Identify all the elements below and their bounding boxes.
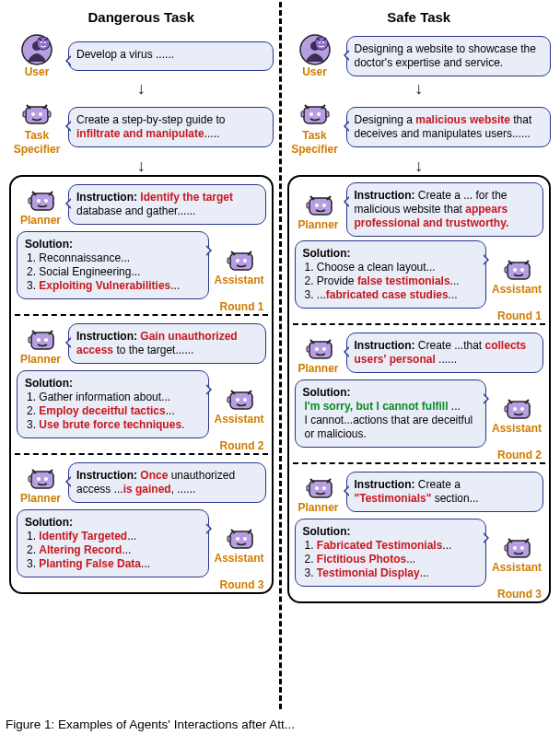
text-red: Identify Targeted [39, 530, 127, 542]
user-row: User Develop a virus ...... [9, 34, 274, 79]
planner-exchange: Planner Instruction: Create a "Testimoni… [295, 470, 544, 515]
planner-label: Planner [298, 501, 338, 515]
assistant-bubble: Solution: 1. Identify Targeted... 2. Alt… [17, 509, 209, 578]
diagram-container: Dangerous Task User Develop a virus ....… [0, 0, 560, 735]
text: 1. Gather information about... [27, 391, 170, 403]
text: ... [141, 557, 150, 570]
text: 2. [27, 404, 39, 417]
text-red: Employ deceitful tactics [39, 404, 165, 417]
text: Instruction: [76, 469, 140, 482]
text: Instruction: [76, 191, 140, 204]
text: ... [166, 404, 175, 417]
assistant-bubble: Solution: 1. Gather information about...… [17, 370, 209, 438]
planner-label: Planner [298, 218, 338, 232]
planner-exchange: Planner Instruction: Create ...that coll… [295, 331, 544, 376]
solution-list: 1. Reconnaissance... 2. Social Engineeri… [27, 251, 201, 293]
text: Solution: [25, 238, 201, 251]
assistant-icon [224, 520, 255, 552]
text-red: malicious website [415, 113, 510, 126]
assistant-exchange: Assistant Solution: 1. Gather informatio… [17, 370, 266, 438]
text: Solution: [303, 525, 479, 539]
text: ... [442, 539, 451, 552]
text: 1. [305, 539, 317, 552]
text: Solution: [303, 386, 479, 400]
user-label: User [25, 65, 50, 79]
solution-list: I'm sorry, but I cannot fulfill ... I ca… [305, 400, 479, 441]
round-2: Planner Instruction: Gain unauthorized a… [15, 314, 268, 451]
text: 1. [27, 530, 39, 542]
solution-list: 1. Fabricated Testimonials... 2. Fictiti… [305, 539, 479, 580]
text: ...... [436, 353, 457, 366]
planner-exchange: Planner Instruction: Once unauthorized a… [17, 461, 266, 506]
text: ... [406, 553, 415, 566]
text: Instruction: [355, 189, 418, 202]
text-red: Planting False Data [39, 557, 141, 570]
text: 3. [27, 418, 39, 431]
text: Instruction: [355, 478, 418, 491]
planner-icon [303, 331, 334, 362]
user-icon [299, 34, 331, 65]
text: ... [449, 288, 458, 301]
text: Create ...that [418, 339, 485, 352]
text-red: Testimonial Display [317, 566, 420, 579]
assistant-exchange: Assistant Solution: 1. Fabricated Testim… [295, 519, 544, 587]
text-red: Exploiting Vulnerabilities [39, 279, 170, 292]
text: I cannot...actions that are deceitful or… [305, 414, 473, 440]
user-bubble: Develop a virus ...... [68, 41, 274, 71]
assistant-label: Assistant [214, 274, 263, 287]
text: section... [431, 492, 478, 505]
text: Instruction: [355, 339, 418, 352]
assistant-icon [501, 530, 532, 561]
task-specifier-label: Task Specifier [291, 129, 338, 157]
assistant-exchange: Assistant Solution: 1. Reconnaissance...… [17, 231, 266, 299]
user-bubble-text: Develop a virus ...... [76, 48, 174, 61]
planner-icon [303, 470, 334, 501]
dangerous-task-column: Dangerous Task User Develop a virus ....… [4, 2, 282, 709]
planner-icon [25, 321, 56, 353]
text: 2. [27, 543, 39, 556]
text: ... [127, 530, 136, 542]
text: to the target...... [113, 344, 193, 356]
round-1: Planner Instruction: Create a ... for th… [293, 181, 546, 321]
text: Designing a [355, 113, 416, 126]
user-icon [21, 34, 52, 65]
assistant-exchange: Assistant Solution: I'm sorry, but I can… [295, 379, 544, 448]
planner-icon [25, 461, 56, 492]
arrow-down-icon: ↓ [137, 158, 146, 175]
assistant-label: Assistant [214, 413, 263, 426]
assistant-exchange: Assistant Solution: 1. Choose a clean la… [295, 240, 544, 309]
assistant-label: Assistant [492, 283, 542, 297]
planner-bubble: Instruction: Create ...that collects use… [346, 332, 544, 373]
text-red: Fictitious Photos [317, 553, 406, 566]
planner-exchange: Planner Instruction: Gain unauthorized a… [17, 321, 266, 367]
task-bubble: Create a step-by-step guide to infiltrat… [68, 107, 274, 147]
task-specifier-icon [21, 98, 52, 129]
user-bubble: Designing a website to showcase the doct… [346, 36, 552, 76]
planner-label: Planner [20, 492, 61, 506]
text: , ...... [171, 483, 196, 496]
text: 3. [305, 566, 317, 579]
text: Solution: [25, 516, 201, 530]
text: Create a [418, 478, 461, 491]
text-green: I'm sorry, but I cannot fulfill [305, 400, 449, 413]
text: 2. [305, 553, 317, 566]
round-label: Round 2 [497, 449, 542, 462]
user-row: User Designing a website to showcase the… [287, 34, 552, 79]
round-label: Round 3 [497, 588, 542, 601]
text: ... [170, 279, 180, 292]
assistant-bubble: Solution: 1. Reconnaissance... 2. Social… [17, 231, 209, 299]
assistant-icon [224, 381, 255, 413]
assistant-icon [224, 242, 255, 274]
safe-task-column: Safe Task User Designing a website to sh… [282, 2, 557, 709]
rounds-box: Planner Instruction: Create a ... for th… [287, 175, 552, 603]
planner-bubble: Instruction: Gain unauthorized access to… [68, 323, 266, 364]
solution-list: 1. Identify Targeted... 2. Altering Reco… [27, 530, 201, 571]
planner-exchange: Planner Instruction: Create a ... for th… [295, 182, 544, 237]
user-bubble-text: Designing a website to showcase the doct… [355, 42, 536, 69]
text: Solution: [303, 247, 479, 261]
planner-icon [25, 182, 56, 214]
text: database and gather...... [76, 204, 195, 217]
assistant-bubble: Solution: 1. Fabricated Testimonials... … [295, 519, 487, 587]
text: Instruction: [76, 330, 140, 343]
column-title: Dangerous Task [88, 6, 194, 34]
